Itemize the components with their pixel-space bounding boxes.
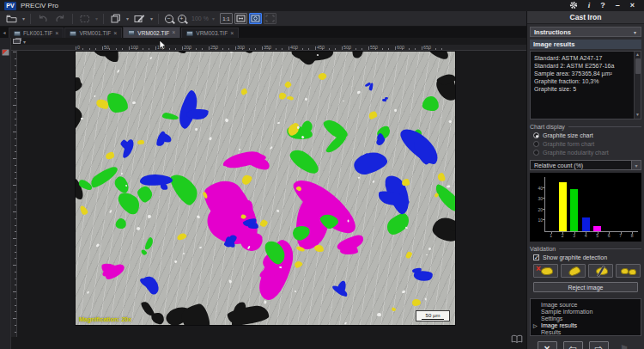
graphite-particle-green: [288, 145, 322, 177]
validation-title: Validation: [530, 246, 641, 252]
graphite-particle-yellow: [436, 172, 447, 182]
graphite-blob-icon: [621, 268, 629, 274]
zoom-out-button[interactable]: −: [163, 13, 174, 24]
close-tab-icon[interactable]: ×: [230, 31, 234, 36]
previous-step-button[interactable]: ⇦: [563, 341, 583, 349]
ferrite-speck: [121, 173, 123, 175]
annotation-color-icon[interactable]: [2, 49, 9, 56]
ferrite-speck: [199, 247, 202, 248]
tab-flk001-tif[interactable]: FLK001.TIF×: [9, 28, 64, 38]
close-tab-icon[interactable]: ×: [55, 31, 58, 36]
scroll-thumb[interactable]: [635, 58, 641, 74]
result-line: Sample area: 375365,84 µm²: [534, 70, 632, 77]
copy-image-button[interactable]: [108, 12, 124, 25]
layers-dropdown-icon[interactable]: ▾: [22, 39, 27, 45]
image-file-icon: [14, 31, 21, 36]
info-icon[interactable]: i: [588, 2, 591, 9]
toolbar-separator: [72, 14, 73, 24]
ruler-tick: [15, 145, 16, 146]
app-logo: PV: [4, 2, 16, 10]
micrograph[interactable]: Magnification: 20x 50 µm: [76, 52, 455, 325]
graphite-particle-blue: [140, 174, 173, 187]
ferrite-speck: [238, 149, 240, 150]
help-icon[interactable]: ?: [600, 2, 605, 9]
reject-image-button[interactable]: Reject image: [533, 282, 638, 292]
ferrite-speck: [277, 122, 281, 125]
results-scrollbar[interactable]: ▲ ▼: [634, 52, 641, 119]
ferrite-speck: [136, 226, 141, 231]
annotate-dropdown-icon[interactable]: ▾: [149, 15, 154, 21]
graphite-particle-yellow: [402, 179, 410, 186]
ferrite-speck: [94, 95, 95, 98]
tab-label: VRM002.TIF: [137, 30, 169, 36]
draw-graphite-button[interactable]: [561, 264, 586, 278]
fit-to-window-button[interactable]: [234, 13, 247, 24]
delete-graphite-button[interactable]: ×: [533, 264, 558, 278]
open-image-button[interactable]: [3, 12, 20, 25]
ferrite-speck: [110, 210, 112, 213]
radio-label: Graphite size chart: [543, 132, 593, 138]
graphite-particle-yellow: [412, 299, 421, 306]
show-graphite-detection-checkbox[interactable]: Show graphite detection: [533, 254, 641, 260]
ruler-tick: [15, 272, 16, 272]
ruler-tick: [15, 225, 16, 226]
zoom-window-button[interactable]: [249, 13, 262, 24]
annotate-button[interactable]: [131, 12, 148, 25]
horizontal-ruler: 050100150200250300350400450500550600650: [11, 45, 526, 51]
minimize-icon[interactable]: –: [616, 2, 620, 9]
merge-graphite-button[interactable]: [616, 264, 641, 278]
chart-type-caret-icon[interactable]: ▾: [631, 161, 641, 169]
checkbox-icon[interactable]: [533, 254, 539, 260]
zoom-in-button[interactable]: +: [176, 13, 187, 24]
radio-label: Graphite form chart: [543, 141, 594, 147]
step-settings[interactable]: Settings: [541, 315, 639, 322]
cancel-button[interactable]: ×: [538, 341, 557, 349]
wizard-nav: × ⇦ ⇨ ⚑: [527, 341, 644, 349]
scroll-up-icon[interactable]: ▲: [635, 52, 640, 58]
edge-void: [227, 304, 270, 325]
logbook-icon[interactable]: [511, 332, 523, 347]
ruler-tick: [15, 98, 16, 99]
step-sample-information[interactable]: Sample information: [541, 309, 639, 315]
step-image-results[interactable]: ▷Image results: [541, 322, 639, 329]
actual-size-button[interactable]: 1:1: [220, 13, 233, 24]
split-graphite-button[interactable]: [588, 264, 613, 278]
graphite-particle-green: [115, 217, 127, 230]
ruler-minor-tick: [82, 48, 83, 50]
graphite-particle-yellow: [240, 173, 252, 187]
step-image-source[interactable]: Image source: [541, 302, 639, 309]
scroll-down-icon[interactable]: ▼: [635, 112, 640, 119]
ruler-minor-tick: [375, 48, 376, 50]
open-image-dropdown-icon[interactable]: ▾: [21, 15, 26, 21]
close-icon[interactable]: ×: [630, 2, 635, 9]
settings-gear-icon[interactable]: [569, 1, 578, 11]
tab-vrm001-tif[interactable]: VRM001.TIF×: [64, 28, 122, 38]
chart-ytick-mark: [543, 198, 545, 199]
radio-button-icon[interactable]: [533, 132, 539, 138]
copy-dropdown-icon[interactable]: ▾: [125, 15, 130, 21]
layers-icon[interactable]: [13, 39, 21, 44]
tab-scroll-left-button[interactable]: ◂: [0, 27, 9, 38]
ferrite-speck: [424, 297, 427, 301]
ruler-tick: [15, 71, 16, 72]
ruler-minor-tick: [402, 48, 403, 50]
graphite-particle-yellow: [240, 88, 247, 95]
radio-graphite-size-chart[interactable]: Graphite size chart: [533, 132, 641, 138]
ferrite-speck: [276, 210, 280, 213]
instructions-collapsible[interactable]: Instructions ▾: [530, 27, 641, 37]
tab-vrm002-tif[interactable]: VRM002.TIF×: [123, 27, 180, 38]
close-tab-icon[interactable]: ×: [113, 31, 117, 36]
ruler-tick: [15, 311, 16, 312]
step-results[interactable]: Results: [541, 329, 639, 336]
close-tab-icon[interactable]: ×: [172, 30, 175, 35]
image-results-label: Image results: [533, 40, 574, 48]
ferrite-speck: [377, 313, 381, 316]
ruler-tick: [182, 46, 183, 50]
next-step-button[interactable]: ⇨: [589, 341, 609, 349]
ferrite-speck: [174, 260, 178, 263]
tab-vrm003-tif[interactable]: VRM003.TIF×: [181, 28, 239, 38]
chart-bar-size-2: [559, 182, 567, 231]
image-file-icon: [186, 31, 193, 36]
chart-type-dropdown[interactable]: Relative count (%) ▾: [530, 160, 641, 170]
fullscreen-button: [264, 13, 276, 24]
